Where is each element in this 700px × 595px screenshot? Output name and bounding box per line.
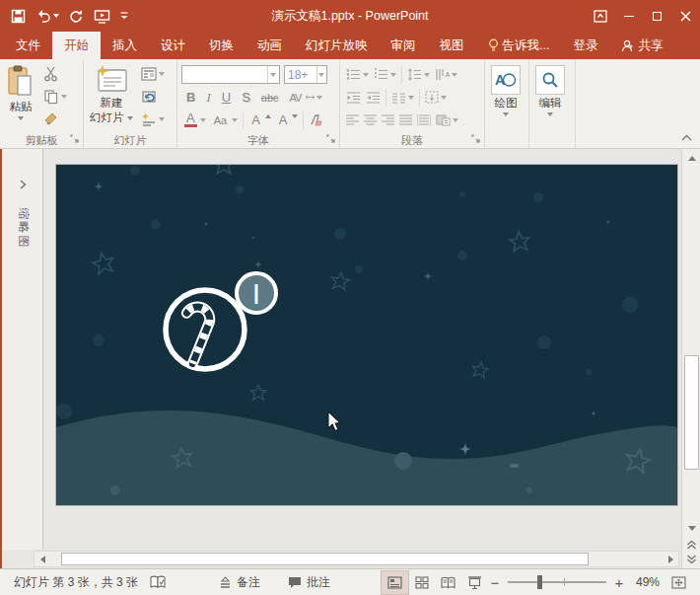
- tab-tell-me[interactable]: 告诉我...: [476, 32, 562, 59]
- vertical-scrollbar-thumb[interactable]: [684, 355, 699, 470]
- increase-indent-button[interactable]: [364, 87, 383, 108]
- tab-transitions[interactable]: 切换: [197, 32, 245, 59]
- ribbon-display-options-button[interactable]: [586, 1, 614, 31]
- zoom-in-button[interactable]: +: [612, 574, 626, 591]
- scroll-up-button[interactable]: [683, 150, 700, 166]
- editing-group-caret[interactable]: [547, 112, 553, 116]
- line-spacing-button[interactable]: [405, 64, 432, 85]
- undo-dropdown-caret[interactable]: [53, 14, 59, 18]
- thumbnail-pane-collapsed[interactable]: 缩略图: [2, 149, 43, 550]
- tab-slideshow[interactable]: 幻灯片放映: [294, 32, 380, 59]
- cut-button[interactable]: [41, 63, 69, 84]
- shrink-font-button[interactable]: A: [274, 110, 301, 130]
- slide-counter[interactable]: 幻灯片 第 3 张，共 3 张: [8, 574, 144, 591]
- columns-caret[interactable]: [408, 96, 414, 100]
- normal-view-button[interactable]: [382, 571, 408, 594]
- collapse-ribbon-button[interactable]: [681, 130, 692, 144]
- bullets-caret[interactable]: [363, 73, 369, 77]
- new-slide-button[interactable]: 新建 幻灯片: [86, 62, 137, 132]
- font-name-combobox[interactable]: [181, 65, 280, 84]
- editing-group-button[interactable]: 编辑: [531, 62, 569, 132]
- horizontal-scrollbar-thumb[interactable]: [61, 553, 589, 565]
- underline-button[interactable]: U: [217, 87, 236, 108]
- line-spacing-caret[interactable]: [424, 73, 430, 77]
- font-name-input[interactable]: [182, 66, 267, 83]
- copy-dropdown-caret[interactable]: [61, 95, 67, 99]
- italic-button[interactable]: I: [201, 87, 215, 108]
- maximize-button[interactable]: [643, 1, 671, 31]
- justify-button[interactable]: [397, 110, 414, 130]
- tab-share[interactable]: 共享: [609, 32, 674, 59]
- undo-button[interactable]: [34, 7, 61, 25]
- horizontal-scrollbar[interactable]: [34, 551, 679, 567]
- text-direction-caret[interactable]: [452, 73, 457, 77]
- bullets-button[interactable]: [344, 64, 371, 85]
- new-slide-dropdown-caret[interactable]: [127, 116, 133, 120]
- font-size-combobox[interactable]: [284, 65, 327, 84]
- slide-canvas[interactable]: I: [56, 165, 677, 505]
- distribute-button[interactable]: [415, 110, 433, 130]
- vertical-scrollbar[interactable]: [681, 149, 700, 568]
- align-right-button[interactable]: [380, 110, 396, 130]
- columns-button[interactable]: [389, 87, 416, 108]
- font-name-caret[interactable]: [267, 66, 279, 83]
- bold-button[interactable]: B: [181, 87, 200, 108]
- align-left-button[interactable]: [344, 110, 361, 130]
- convert-smartart-caret[interactable]: [453, 118, 458, 122]
- slideshow-view-button[interactable]: [461, 571, 488, 594]
- fit-slide-to-window-button[interactable]: [665, 571, 692, 594]
- comments-button[interactable]: 批注: [282, 574, 336, 591]
- align-center-button[interactable]: [362, 110, 379, 130]
- font-size-caret[interactable]: [316, 66, 326, 83]
- tab-home[interactable]: 开始: [52, 32, 101, 59]
- tab-view[interactable]: 视图: [428, 32, 476, 59]
- save-button[interactable]: [9, 7, 28, 26]
- zoom-slider[interactable]: [508, 581, 606, 583]
- format-painter-button[interactable]: [41, 109, 69, 129]
- copy-button[interactable]: [41, 86, 69, 107]
- zoom-slider-handle[interactable]: [537, 575, 542, 589]
- paragraph-dialog-launcher[interactable]: [471, 133, 480, 145]
- reset-slide-button[interactable]: [139, 86, 167, 107]
- slide-layout-button[interactable]: [139, 63, 167, 84]
- font-color-button[interactable]: A: [181, 110, 208, 130]
- strikethrough-button[interactable]: abc: [256, 87, 284, 108]
- decrease-indent-button[interactable]: [344, 87, 363, 108]
- numbering-button[interactable]: [372, 64, 398, 85]
- tab-design[interactable]: 设计: [149, 32, 197, 59]
- scroll-left-button[interactable]: [35, 552, 50, 566]
- drawing-group-button[interactable]: A 绘图: [487, 62, 525, 132]
- tab-file[interactable]: 文件: [4, 32, 52, 59]
- expand-thumbnails-button[interactable]: [19, 179, 27, 192]
- numbering-caret[interactable]: [390, 73, 396, 77]
- next-slide-button[interactable]: [683, 551, 700, 566]
- tab-review[interactable]: 审阅: [380, 32, 428, 59]
- start-slideshow-button[interactable]: [92, 7, 112, 26]
- scroll-right-button[interactable]: [663, 552, 678, 566]
- text-direction-button[interactable]: [433, 64, 459, 85]
- convert-smartart-button[interactable]: [434, 110, 460, 130]
- tab-insert[interactable]: 插入: [101, 32, 149, 59]
- close-button[interactable]: [671, 1, 700, 31]
- font-dialog-launcher[interactable]: [326, 133, 335, 145]
- change-case-caret[interactable]: [232, 118, 238, 122]
- spell-check-button[interactable]: [144, 575, 172, 589]
- minimize-button[interactable]: [614, 1, 643, 31]
- section-button[interactable]: [139, 109, 167, 129]
- repeat-button[interactable]: [67, 7, 86, 26]
- grow-font-button[interactable]: A: [246, 110, 273, 130]
- change-case-button[interactable]: Aa: [209, 110, 240, 130]
- clear-formatting-button[interactable]: [307, 110, 325, 130]
- align-text-button[interactable]: [423, 87, 449, 108]
- notes-button[interactable]: 备注: [213, 574, 266, 591]
- character-spacing-caret[interactable]: [316, 96, 322, 100]
- scroll-down-button[interactable]: [683, 520, 700, 536]
- font-color-caret[interactable]: [200, 118, 206, 122]
- character-spacing-button[interactable]: AV: [285, 87, 325, 108]
- font-size-input[interactable]: [285, 66, 316, 83]
- text-shadow-button[interactable]: S: [237, 87, 255, 108]
- slide-sorter-view-button[interactable]: [408, 571, 435, 594]
- drawing-group-caret[interactable]: [503, 112, 509, 116]
- tab-animations[interactable]: 动画: [245, 32, 294, 59]
- slide-layout-caret[interactable]: [159, 72, 165, 76]
